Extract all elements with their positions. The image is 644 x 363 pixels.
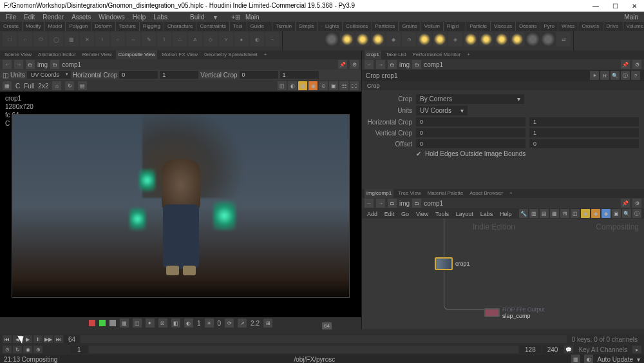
param-info-icon[interactable]: ⓘ — [621, 71, 630, 80]
pin-icon[interactable]: 📌 — [621, 60, 630, 69]
shelf-tab[interactable]: Pyro FX — [540, 22, 558, 31]
folder2-icon[interactable]: 🗀 — [412, 199, 421, 208]
expand-icon[interactable]: ⛶ — [350, 81, 359, 90]
menu-file[interactable]: File — [3, 14, 19, 21]
shelf-tab[interactable]: Oceans — [516, 22, 541, 31]
start-frame[interactable]: 1 — [71, 346, 88, 354]
view-i1[interactable]: ◫ — [278, 81, 287, 90]
frame-marker[interactable]: 64 — [322, 322, 332, 329]
hold-checkbox[interactable]: ✔ — [416, 150, 421, 157]
shelf-tab[interactable]: Tool Utils — [230, 22, 247, 31]
tab-add[interactable]: + — [507, 189, 515, 198]
tool-icon[interactable]: ▤ — [78, 81, 87, 90]
view-i6[interactable]: ▣ — [329, 81, 338, 90]
tab-takelist[interactable]: Take List — [384, 50, 408, 59]
tab-add[interactable]: + — [465, 50, 472, 59]
view-i4[interactable]: ◉ — [308, 81, 317, 90]
next-frame-button[interactable]: ▶▶ — [44, 335, 53, 343]
tool-vr-icon[interactable] — [541, 32, 555, 46]
tab-composite-view[interactable]: Composite View — [116, 50, 157, 59]
tl-opt2[interactable]: ↻ — [13, 346, 22, 353]
status-arrow[interactable]: ▾ — [637, 356, 640, 363]
tool-platonic-icon[interactable]: ◇ — [204, 32, 218, 46]
chip-red[interactable] — [89, 320, 95, 326]
tab-render-view[interactable]: Render View — [80, 50, 114, 59]
view-i7[interactable]: ☷ — [339, 81, 348, 90]
horiz-1-input[interactable] — [160, 71, 198, 79]
menu-assets[interactable]: Assets — [68, 14, 94, 21]
tool-pointlight-icon[interactable] — [340, 32, 354, 46]
tab-imgcomp[interactable]: img/comp1 — [365, 189, 393, 198]
menu-help[interactable]: Help — [129, 14, 149, 21]
offset-1-field[interactable]: 0 — [529, 139, 639, 148]
tab-scene-view[interactable]: Scene View — [3, 50, 33, 59]
refresh-icon[interactable]: ↻ — [65, 81, 74, 90]
first-frame-button[interactable]: ⏮ — [3, 335, 12, 343]
hcrop-1-field[interactable]: 1 — [529, 117, 639, 126]
tool-box-icon[interactable]: □ — [3, 32, 17, 46]
tool-gilight-icon[interactable] — [479, 32, 493, 46]
shelf-tab[interactable]: Simple FX — [296, 22, 318, 31]
tab-anim-editor[interactable]: Animation Editor — [36, 50, 78, 59]
shelf-main[interactable]: +⊞ Main — [228, 14, 265, 21]
composite-viewport[interactable]: crop11280x720fc 64C — [0, 92, 361, 317]
units-drop[interactable]: UV Coords — [27, 71, 71, 79]
crop-dropdown[interactable]: By Corners▾ — [416, 94, 524, 104]
folder2-icon[interactable]: 🗀 — [50, 60, 59, 69]
tool-switcher-icon[interactable]: ⇄ — [556, 32, 571, 46]
nm-i8[interactable]: ◆ — [601, 209, 611, 218]
desk-right[interactable]: Main — [621, 14, 641, 21]
tool-metaball-icon[interactable]: ● — [234, 32, 249, 46]
tool-grid-icon[interactable]: ▦ — [64, 32, 79, 46]
end-frame[interactable]: 128 — [520, 346, 541, 354]
nm-i6[interactable]: ◆ — [581, 209, 590, 218]
nm-layout[interactable]: Layout — [453, 211, 476, 217]
nm-i2[interactable]: ▤ — [540, 209, 549, 218]
view-i2[interactable]: ◐ — [288, 81, 297, 90]
shelf-tab[interactable]: Modify — [23, 22, 45, 31]
tool-caustic-icon[interactable] — [495, 32, 509, 46]
back-icon[interactable]: ← — [3, 60, 12, 69]
tool-env-icon[interactable]: ⊙ — [402, 32, 416, 46]
tool-spray-icon[interactable]: ∴ — [173, 32, 187, 46]
tab-tree[interactable]: Tree View — [396, 189, 423, 198]
path-node[interactable]: comp1 — [424, 200, 443, 207]
vcrop-0-field[interactable]: 0 — [416, 128, 526, 137]
desktop-arrow[interactable]: ▾ — [211, 14, 220, 21]
tool-misc-icon[interactable]: ◐ — [250, 32, 264, 46]
fwd-icon[interactable]: → — [376, 199, 385, 208]
tool-sketch-icon[interactable]: ~ — [265, 32, 279, 46]
fwd-icon[interactable]: → — [376, 60, 385, 69]
tool-draw-icon[interactable]: ✎ — [142, 32, 156, 46]
path-obj[interactable]: img — [399, 200, 410, 207]
last-frame-button[interactable]: ⏭ — [54, 335, 63, 343]
maximize-button[interactable]: ☐ — [605, 1, 625, 12]
folder-icon[interactable]: 🗀 — [388, 60, 397, 69]
shelf-tab[interactable]: Vellum — [421, 22, 444, 31]
folder-icon[interactable]: 🗀 — [388, 199, 397, 208]
vp-i1[interactable]: ▦ — [120, 319, 129, 328]
nm-i3[interactable]: ▦ — [550, 209, 559, 218]
gear-icon[interactable]: ⚙ — [350, 60, 359, 69]
nm-labs[interactable]: Labs — [478, 211, 496, 217]
tool-null-icon[interactable]: ✕ — [80, 32, 94, 46]
shelf-tab[interactable]: Particle Flu — [466, 22, 491, 31]
shelf-tab[interactable]: Crowds — [578, 22, 603, 31]
chip-green[interactable] — [99, 320, 106, 326]
nm-i9[interactable]: ▣ — [612, 209, 621, 218]
tool-volumelight-icon[interactable] — [417, 32, 431, 46]
fwd-icon[interactable]: → — [14, 60, 23, 69]
vp-i6[interactable]: ◐ — [184, 319, 193, 328]
folder-icon[interactable]: 🗀 — [26, 60, 35, 69]
tool-distantlight-icon[interactable] — [433, 32, 447, 46]
node-graph[interactable]: Indie Edition Compositing crop1 ROP File… — [362, 219, 644, 329]
timeline-track[interactable] — [80, 335, 567, 343]
pin-icon[interactable]: 📌 — [621, 199, 630, 208]
shelf-tab[interactable]: Model — [45, 22, 66, 31]
vp-grid-icon[interactable]: ⊞ — [263, 319, 272, 328]
shelf-tab[interactable]: Viscous Flu — [491, 22, 516, 31]
home-icon[interactable]: ⌂ — [52, 81, 61, 90]
tool-geo-icon[interactable]: ◆ — [386, 32, 401, 46]
nm-help[interactable]: Help — [497, 211, 515, 217]
nm-add[interactable]: Add — [365, 211, 380, 217]
